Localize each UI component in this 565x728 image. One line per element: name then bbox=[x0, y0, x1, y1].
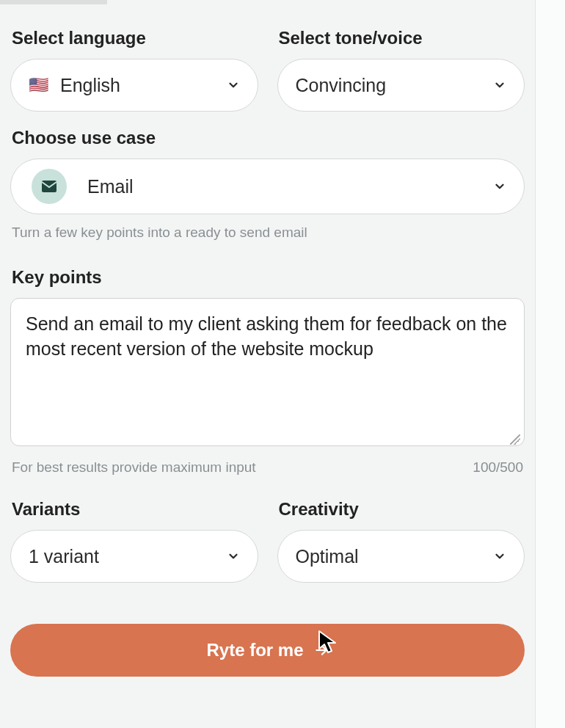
tone-value: Convincing bbox=[296, 75, 387, 96]
tone-select[interactable]: Convincing bbox=[277, 59, 525, 112]
chevron-down-icon bbox=[227, 550, 240, 563]
usecase-hint: Turn a few key points into a ready to se… bbox=[12, 225, 523, 241]
creativity-select[interactable]: Optimal bbox=[277, 530, 525, 583]
variants-value: 1 variant bbox=[29, 546, 99, 567]
tone-label: Select tone/voice bbox=[279, 28, 525, 48]
keypoints-input[interactable] bbox=[10, 298, 525, 446]
language-select[interactable]: 🇺🇸 English bbox=[10, 59, 258, 112]
keypoints-label: Key points bbox=[12, 267, 525, 288]
email-icon bbox=[32, 169, 67, 204]
chevron-down-icon bbox=[493, 180, 506, 193]
us-flag-icon: 🇺🇸 bbox=[29, 77, 48, 93]
creativity-label: Creativity bbox=[279, 499, 525, 520]
keypoints-counter: 100/500 bbox=[473, 459, 523, 476]
usecase-label: Choose use case bbox=[12, 128, 525, 148]
keypoints-help: For best results provide maximum input bbox=[12, 459, 256, 476]
variants-select[interactable]: 1 variant bbox=[10, 530, 258, 583]
language-value: English bbox=[60, 75, 120, 96]
usecase-select[interactable]: Email bbox=[10, 159, 525, 214]
chevron-down-icon bbox=[227, 79, 240, 92]
variants-label: Variants bbox=[12, 499, 258, 520]
cta-label: Ryte for me bbox=[206, 640, 303, 660]
chevron-down-icon bbox=[493, 550, 506, 563]
creativity-value: Optimal bbox=[296, 546, 359, 567]
row-lang-tone: Select language 🇺🇸 English Select tone/v… bbox=[10, 12, 525, 112]
language-label: Select language bbox=[12, 28, 258, 48]
arrow-right-icon bbox=[314, 643, 329, 658]
form-panel: Select language 🇺🇸 English Select tone/v… bbox=[0, 0, 536, 728]
ryte-for-me-button[interactable]: Ryte for me bbox=[10, 624, 525, 677]
usecase-value: Email bbox=[87, 176, 134, 197]
row-variants-creativity: Variants 1 variant Creativity Optimal bbox=[10, 483, 525, 583]
chevron-down-icon bbox=[493, 79, 506, 92]
